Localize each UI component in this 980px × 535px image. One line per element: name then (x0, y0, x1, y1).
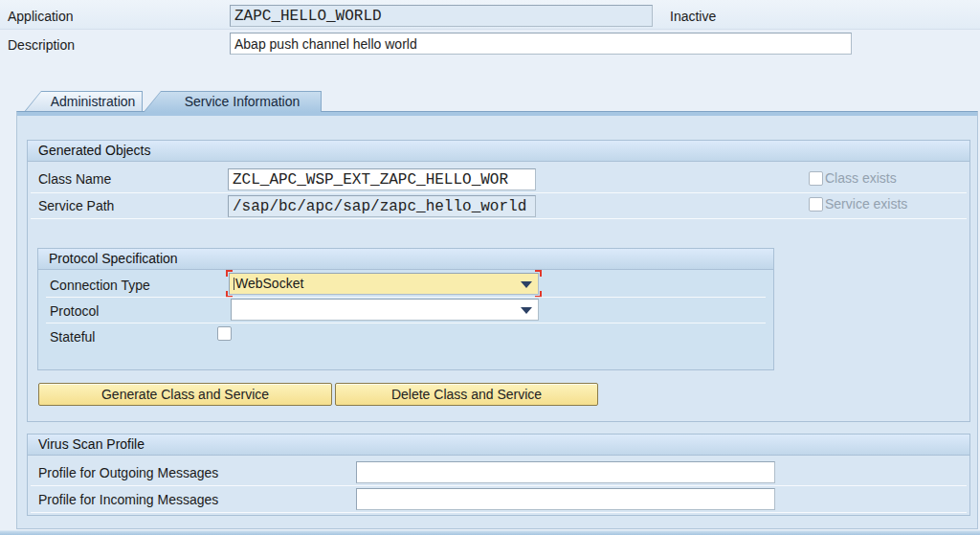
profile-outgoing-field[interactable] (356, 461, 775, 483)
chevron-down-icon (521, 307, 532, 314)
connection-type-value: WebSocket (235, 276, 303, 291)
description-label: Description (8, 35, 75, 56)
text-caret (234, 278, 234, 290)
application-label: Application (8, 7, 74, 27)
description-field[interactable] (230, 33, 852, 55)
class-name-label: Class Name (38, 169, 111, 189)
delete-class-and-service-button[interactable]: Delete Class and Service (335, 383, 598, 406)
connection-type-focus: WebSocket (229, 273, 539, 295)
profile-outgoing-label: Profile for Outgoing Messages (38, 463, 218, 483)
service-information-panel: Generated Objects Class Name Service Pat… (16, 111, 978, 529)
virus-scan-profile-title: Virus Scan Profile (28, 435, 969, 456)
virus-scan-profile-group: Virus Scan Profile Profile for Outgoing … (27, 434, 970, 516)
status-text: Inactive (670, 7, 716, 27)
bottom-splitter-band (0, 530, 980, 535)
profile-incoming-field[interactable] (356, 488, 775, 510)
tab-administration[interactable]: Administration (24, 91, 143, 112)
connection-type-dropdown[interactable]: WebSocket (229, 273, 539, 295)
generate-class-and-service-button[interactable]: Generate Class and Service (38, 383, 332, 406)
class-exists-checkbox (809, 171, 823, 186)
connection-type-label: Connection Type (50, 276, 150, 296)
tab-service-information-label: Service Information (144, 91, 322, 112)
service-path-field (228, 195, 536, 217)
row-divider (46, 297, 766, 298)
protocol-specification-group: Protocol Specification Connection Type W… (37, 248, 774, 370)
service-exists-label: Service exists (825, 196, 907, 212)
focus-corner (226, 270, 233, 277)
tab-administration-label: Administration (24, 91, 143, 112)
service-exists-checkbox (809, 197, 823, 212)
chevron-down-icon (521, 281, 532, 288)
row-divider (31, 485, 967, 486)
row-divider (31, 512, 967, 513)
class-name-field[interactable] (228, 168, 536, 190)
row-divider (31, 218, 967, 219)
row-divider (31, 192, 967, 193)
class-exists-label: Class exists (825, 170, 897, 187)
profile-incoming-label: Profile for Incoming Messages (38, 490, 218, 510)
service-path-label: Service Path (38, 196, 114, 216)
stateful-label: Stateful (50, 327, 95, 347)
generated-objects-title: Generated Objects (28, 141, 969, 162)
application-field (230, 5, 653, 27)
protocol-specification-title: Protocol Specification (38, 249, 773, 270)
row-divider (46, 323, 766, 323)
focus-corner (535, 270, 542, 277)
stateful-checkbox[interactable] (217, 326, 232, 341)
tab-service-information[interactable]: Service Information (144, 91, 322, 112)
generated-objects-group: Generated Objects Class Name Service Pat… (27, 140, 970, 422)
protocol-dropdown[interactable] (231, 299, 539, 321)
panel-top-band (17, 112, 977, 116)
protocol-label: Protocol (50, 301, 99, 322)
